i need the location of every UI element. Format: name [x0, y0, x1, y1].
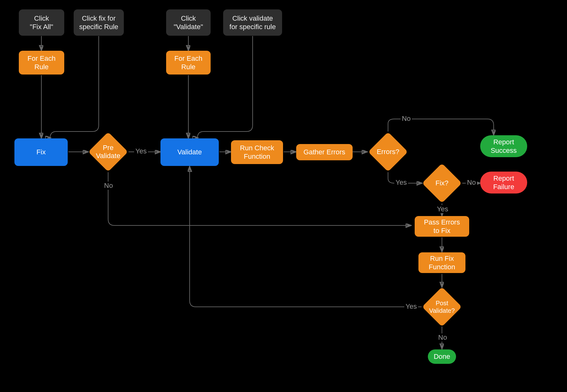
edge-label-prevalidate-yes: Yes: [134, 147, 148, 155]
diamond-label: Errors?: [374, 138, 402, 166]
node-report-failure: Report Failure: [480, 172, 527, 193]
node-click-fix-all: Click "Fix All": [19, 9, 64, 36]
diamond-label: Fix?: [428, 169, 456, 197]
diamond-label: Pre Validate: [94, 138, 122, 166]
node-fix-question: Fix?: [428, 169, 456, 197]
edge-label-fix-yes: Yes: [436, 205, 449, 213]
node-pre-validate: Pre Validate: [94, 138, 122, 166]
node-gather-errors: Gather Errors: [296, 144, 353, 160]
node-click-fix-specific: Click fix for specific Rule: [74, 9, 124, 36]
node-for-each-rule-2: For Each Rule: [166, 51, 211, 75]
node-click-validate: Click "Validate": [166, 9, 211, 36]
node-post-validate: Post Validate?: [428, 293, 456, 321]
node-errors: Errors?: [374, 138, 402, 166]
node-fix: Fix: [14, 138, 68, 166]
node-run-fix: Run Fix Function: [418, 252, 465, 273]
node-click-validate-specific: Click validate for specific rule: [223, 9, 282, 36]
flow-edges: [0, 0, 567, 392]
edge-label-errors-no: No: [401, 115, 412, 123]
edge-label-fix-no: No: [466, 178, 477, 187]
edge-label-prevalidate-no: No: [103, 182, 114, 190]
edge-label-errors-yes: Yes: [394, 178, 408, 187]
node-validate: Validate: [160, 138, 219, 166]
node-for-each-rule-1: For Each Rule: [19, 51, 64, 75]
node-report-success: Report Success: [480, 135, 527, 157]
diamond-label: Post Validate?: [428, 293, 456, 321]
edge-label-postvalidate-yes: Yes: [404, 302, 418, 311]
node-pass-errors: Pass Errors to Fix: [415, 216, 469, 237]
edge-label-postvalidate-no: No: [437, 333, 448, 342]
node-run-check: Run Check Function: [231, 140, 283, 164]
node-done: Done: [428, 349, 456, 364]
